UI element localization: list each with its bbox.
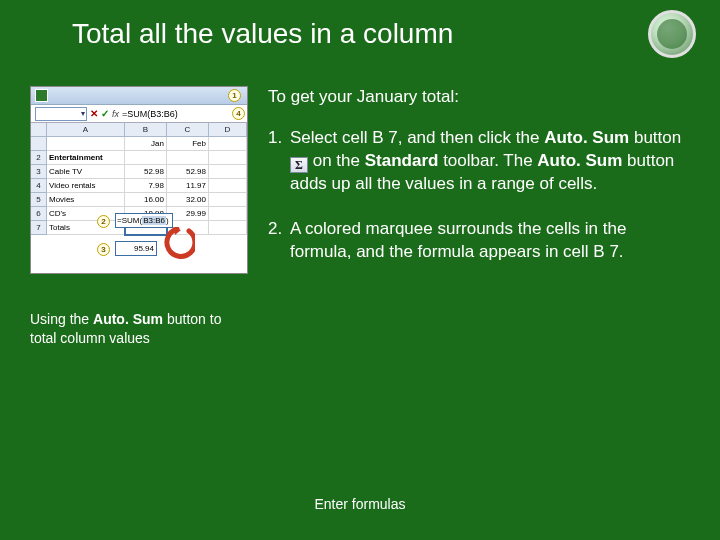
callout-1: 1 [228,89,241,102]
cell: Video rentals [47,179,125,193]
cell: Feb [167,137,209,151]
cell: Entertainment [47,151,125,165]
col-header: A [47,123,125,137]
screenshot-caption: Using the Auto. Sum button to total colu… [30,310,248,348]
cancel-icon: ✕ [90,108,98,119]
cell: 52.98 [167,165,209,179]
name-box [35,107,87,121]
result-box: 95.94 [115,241,157,256]
cell: Jan [125,137,167,151]
cell: CD's [47,207,125,221]
institute-seal [648,10,696,58]
footer-text: Enter formulas [0,496,720,512]
formula-bar-text: =SUM(B3:B6) [122,109,178,119]
step-number: 1. [268,127,290,196]
enter-icon: ✓ [101,108,109,119]
row-header: 5 [31,193,47,207]
sum-tooltip: =SUM(B3:B6) [115,213,173,228]
row-header: 2 [31,151,47,165]
excel-screenshot: 1 ✕ ✓ fx =SUM(B3:B6) 4 A B C D [30,86,248,274]
callout-4: 4 [232,107,245,120]
cell: 52.98 [125,165,167,179]
autosum-sigma-icon: Σ [290,157,308,173]
cell: 32.00 [167,193,209,207]
cell: 7.98 [125,179,167,193]
fx-icon: fx [112,109,119,119]
step-2: 2. A colored marquee surrounds the cells… [268,218,688,264]
row-header: 7 [31,221,47,235]
row-header: 6 [31,207,47,221]
cell: 11.97 [167,179,209,193]
col-header: C [167,123,209,137]
row-header: 3 [31,165,47,179]
intro-text: To get your January total: [268,86,688,109]
cell: Totals [47,221,125,235]
col-header: B [125,123,167,137]
cell: 29.99 [167,207,209,221]
page-title: Total all the values in a column [72,18,453,50]
cell: Movies [47,193,125,207]
cell: 16.00 [125,193,167,207]
cell: Cable TV [47,165,125,179]
excel-logo-icon [35,89,48,102]
step-number: 2. [268,218,290,264]
step-1: 1. Select cell B 7, and then click the A… [268,127,688,196]
callout-2: 2 [97,215,110,228]
cell [167,151,209,165]
row-header: 4 [31,179,47,193]
swirl-arrow-icon [159,227,195,261]
cell [125,151,167,165]
col-header: D [209,123,247,137]
callout-3: 3 [97,243,110,256]
